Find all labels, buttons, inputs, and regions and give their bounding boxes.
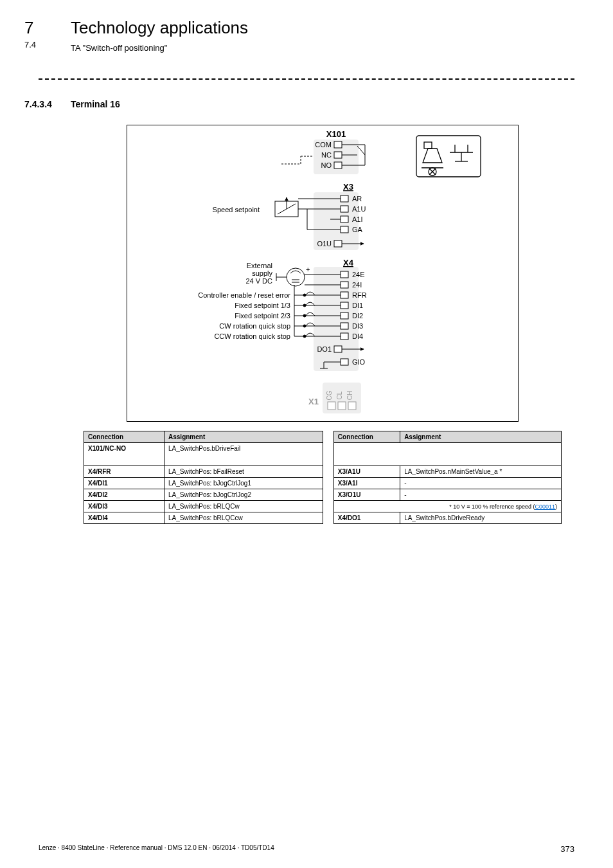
svg-text:Controller enable / reset erro: Controller enable / reset error bbox=[198, 291, 290, 299]
section-title: TA "Switch-off positioning" bbox=[71, 43, 574, 53]
page-number: 373 bbox=[560, 844, 574, 854]
subsection-title: Terminal 16 bbox=[71, 99, 574, 109]
th-connection: Connection bbox=[333, 431, 400, 443]
svg-text:CCW rotation quick stop: CCW rotation quick stop bbox=[214, 332, 290, 340]
svg-text:RFR: RFR bbox=[352, 291, 367, 299]
svg-text:GIO: GIO bbox=[352, 358, 366, 366]
svg-rect-75 bbox=[341, 323, 348, 329]
svg-point-97 bbox=[303, 304, 306, 307]
svg-point-99 bbox=[303, 314, 306, 317]
svg-rect-69 bbox=[341, 292, 348, 298]
svg-rect-4 bbox=[334, 141, 342, 148]
divider bbox=[39, 78, 574, 80]
svg-text:DI3: DI3 bbox=[352, 322, 363, 330]
chapter-title: Technology applications bbox=[71, 18, 574, 38]
svg-rect-8 bbox=[334, 162, 342, 168]
svg-text:DO1: DO1 bbox=[317, 345, 332, 353]
svg-rect-42 bbox=[341, 226, 348, 233]
svg-text:NC: NC bbox=[321, 151, 332, 159]
svg-rect-67 bbox=[341, 282, 348, 288]
svg-text:Fixed setpoint 1/3: Fixed setpoint 1/3 bbox=[235, 302, 290, 309]
svg-rect-77 bbox=[341, 333, 348, 339]
svg-rect-36 bbox=[341, 195, 348, 202]
svg-text:+: + bbox=[306, 266, 310, 273]
svg-text:DI4: DI4 bbox=[352, 332, 363, 340]
svg-rect-19 bbox=[424, 142, 432, 149]
svg-text:A1I: A1I bbox=[352, 215, 363, 223]
svg-rect-38 bbox=[341, 206, 348, 212]
assignment-tables: Connection Assignment X101/NC-NOLA_Switc… bbox=[84, 431, 562, 524]
svg-rect-44 bbox=[334, 240, 342, 247]
svg-point-95 bbox=[303, 294, 306, 296]
subsection-number: 7.4.3.4 bbox=[24, 99, 52, 109]
x101-label: X101 bbox=[326, 129, 346, 139]
svg-rect-71 bbox=[341, 302, 348, 309]
section-number: 7.4 bbox=[24, 40, 36, 50]
svg-text:X3: X3 bbox=[343, 182, 353, 192]
th-assignment: Assignment bbox=[164, 431, 323, 443]
svg-text:AR: AR bbox=[352, 195, 362, 203]
svg-rect-6 bbox=[334, 152, 342, 158]
footer-text: Lenze · 8400 StateLine · Reference manua… bbox=[39, 844, 274, 854]
svg-rect-81 bbox=[341, 359, 348, 365]
svg-text:Speed setpoint: Speed setpoint bbox=[213, 206, 260, 213]
svg-text:DI2: DI2 bbox=[352, 312, 363, 320]
svg-text:Fixed setpoint 2/3: Fixed setpoint 2/3 bbox=[235, 312, 290, 320]
svg-text:24 V DC: 24 V DC bbox=[245, 277, 272, 285]
svg-text:External: External bbox=[247, 262, 272, 269]
svg-text:COM: COM bbox=[315, 141, 332, 149]
svg-text:O1U: O1U bbox=[317, 240, 332, 248]
svg-text:24I: 24I bbox=[352, 281, 362, 289]
th-assignment: Assignment bbox=[400, 431, 562, 443]
svg-text:supply: supply bbox=[252, 269, 272, 277]
svg-rect-79 bbox=[334, 346, 342, 352]
svg-rect-40 bbox=[341, 216, 348, 222]
svg-text:24E: 24E bbox=[352, 271, 365, 278]
svg-rect-65 bbox=[341, 271, 348, 278]
svg-rect-119 bbox=[348, 402, 356, 410]
svg-text:NO: NO bbox=[321, 161, 332, 169]
wiring-diagram: X101 COM NC NO bbox=[127, 125, 519, 422]
svg-rect-118 bbox=[338, 402, 346, 410]
svg-rect-73 bbox=[341, 312, 348, 319]
th-connection: Connection bbox=[84, 431, 164, 443]
svg-text:CL: CL bbox=[336, 391, 343, 399]
svg-text:CW rotation quick stop: CW rotation quick stop bbox=[219, 322, 290, 330]
svg-text:X4: X4 bbox=[343, 258, 354, 267]
svg-text:X1: X1 bbox=[308, 397, 319, 406]
svg-text:DI1: DI1 bbox=[352, 302, 363, 309]
svg-point-101 bbox=[303, 325, 306, 327]
chapter-number: 7 bbox=[24, 18, 33, 38]
svg-text:A1U: A1U bbox=[352, 205, 366, 213]
link-c00011[interactable]: C00011 bbox=[535, 503, 555, 510]
svg-text:CG: CG bbox=[326, 390, 333, 400]
svg-rect-117 bbox=[328, 402, 335, 410]
svg-text:CH: CH bbox=[346, 391, 353, 400]
svg-text:GA: GA bbox=[352, 226, 363, 233]
svg-point-103 bbox=[303, 335, 306, 338]
